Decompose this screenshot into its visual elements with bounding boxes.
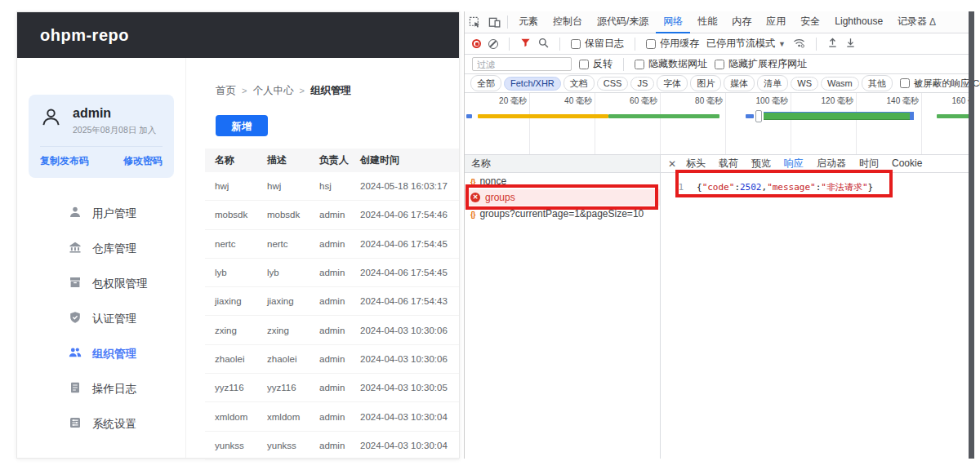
record-icon[interactable] bbox=[472, 39, 481, 48]
devtools-tab[interactable]: 内存 bbox=[724, 11, 759, 33]
hide-extension-urls-checkbox[interactable]: 隐藏扩展程序网址 bbox=[715, 57, 807, 71]
table-row[interactable]: lyb lyb admin 2024-04-06 17:54:45 bbox=[205, 259, 459, 287]
request-row[interactable]: {} ✕ groups bbox=[465, 189, 660, 206]
close-icon[interactable]: ✕ bbox=[665, 158, 679, 170]
devtools-tab[interactable]: 性能 bbox=[690, 11, 724, 33]
invert-checkbox[interactable]: 反转 bbox=[579, 57, 612, 71]
cell-description: jiaxing bbox=[267, 296, 319, 306]
filter-chip[interactable]: Fetch/XHR bbox=[504, 77, 561, 91]
detail-tab[interactable]: 启动器 bbox=[810, 155, 853, 173]
network-conditions-icon[interactable] bbox=[793, 38, 805, 51]
devtools-tabbar: 元素控制台源代码/来源网络性能内存应用安全Lighthouse记录器 Δ bbox=[465, 11, 969, 33]
filter-funnel-icon[interactable] bbox=[520, 38, 531, 51]
detail-tab[interactable]: Cookie bbox=[885, 155, 929, 173]
table-row[interactable]: mobsdk mobsdk admin 2024-04-06 17:54:46 bbox=[205, 201, 459, 229]
sidebar-item-label: 用户管理 bbox=[92, 206, 136, 221]
sidebar-item-org-management[interactable]: 组织管理 bbox=[17, 336, 185, 371]
table-row[interactable]: zxing zxing admin 2024-04-03 10:30:06 bbox=[205, 316, 459, 344]
devtools-tab[interactable]: 记录器 bbox=[890, 11, 934, 33]
table-row[interactable]: xmldom xmldom admin 2024-04-03 10:30:04 bbox=[205, 402, 459, 431]
user-joined-date: 2025年08月08日 加入 bbox=[73, 125, 156, 136]
filter-chip[interactable]: JS bbox=[630, 77, 654, 91]
table-row[interactable]: yyz116 yyz116 admin 2024-04-03 10:30:05 bbox=[205, 374, 459, 402]
detail-tab[interactable]: 标头 bbox=[679, 155, 712, 173]
devtools-tab[interactable]: 应用 bbox=[759, 11, 793, 33]
filter-chip[interactable]: Wasm bbox=[821, 77, 859, 91]
detail-tab[interactable]: 时间 bbox=[853, 155, 885, 173]
timeline-selection-bar[interactable] bbox=[764, 112, 912, 120]
import-har-icon[interactable] bbox=[827, 37, 838, 51]
request-row[interactable]: {} ✕ groups?currentPage=1&pageSize=10 bbox=[465, 206, 660, 222]
network-overview-timeline[interactable]: 20 毫秒40 毫秒60 毫秒80 毫秒100 毫秒120 毫秒140 毫秒16… bbox=[465, 93, 969, 155]
disable-cache-checkbox[interactable]: 停用缓存 bbox=[646, 37, 699, 51]
breadcrumb-home[interactable]: 首页 bbox=[216, 85, 236, 96]
sidebar-item-system-settings[interactable]: 系统设置 bbox=[17, 406, 185, 441]
filter-chip[interactable]: 媒体 bbox=[724, 75, 755, 91]
filter-chip[interactable]: 清单 bbox=[757, 75, 788, 91]
request-list-panel: 名称 {} ✕ nonce {} ✕ groups bbox=[465, 155, 661, 459]
col-header-description: 描述 bbox=[267, 153, 319, 167]
export-har-icon[interactable] bbox=[845, 37, 856, 51]
timeline-selection-grip[interactable] bbox=[755, 110, 762, 122]
devtools-tab[interactable]: 控制台 bbox=[546, 11, 590, 33]
cell-owner: admin bbox=[319, 239, 360, 249]
sidebar-item-label: 操作日志 bbox=[92, 382, 136, 397]
sidebar-item-auth-management[interactable]: 认证管理 bbox=[17, 301, 185, 336]
inspect-element-icon[interactable] bbox=[465, 11, 484, 33]
sidebar-item-package-permission[interactable]: 包权限管理 bbox=[17, 266, 185, 301]
preserve-log-checkbox[interactable]: 保留日志 bbox=[571, 37, 624, 51]
cell-description: zhaolei bbox=[267, 354, 319, 364]
add-button[interactable]: 新增 bbox=[216, 115, 268, 136]
app-header: ohpm-repo bbox=[17, 12, 459, 58]
cell-created: 2024-04-06 17:54:45 bbox=[360, 268, 459, 277]
device-toolbar-icon[interactable] bbox=[484, 11, 504, 33]
filter-chip[interactable]: 图片 bbox=[690, 75, 721, 91]
detail-tab[interactable]: 载荷 bbox=[712, 155, 745, 173]
filter-input[interactable] bbox=[472, 57, 572, 71]
timeline-tick: 160 毫秒 bbox=[924, 95, 969, 107]
table-row[interactable]: hwj hwj hsj 2024-05-18 16:03:17 bbox=[205, 172, 459, 201]
filter-chip[interactable]: WS bbox=[791, 77, 818, 91]
cell-name: yyz116 bbox=[215, 383, 267, 392]
request-list-header[interactable]: 名称 bbox=[465, 155, 660, 173]
sidebar-item-label: 仓库管理 bbox=[92, 242, 136, 256]
sidebar-item-operation-log[interactable]: 操作日志 bbox=[17, 371, 185, 406]
checkbox[interactable] bbox=[900, 78, 910, 88]
filter-chip[interactable]: 全部 bbox=[470, 75, 501, 91]
sidebar-item-label: 系统设置 bbox=[92, 417, 136, 432]
filter-chip[interactable]: CSS bbox=[597, 77, 629, 91]
table-row[interactable]: jiaxing jiaxing admin 2024-04-06 17:54:4… bbox=[205, 287, 459, 316]
cell-name: mobsdk bbox=[215, 210, 267, 219]
sidebar-item-repo-management[interactable]: 仓库管理 bbox=[17, 231, 185, 266]
checkbox[interactable] bbox=[646, 39, 656, 49]
checkbox[interactable] bbox=[635, 60, 644, 69]
filter-chip[interactable]: 其他 bbox=[862, 75, 893, 91]
checkbox[interactable] bbox=[579, 60, 589, 69]
checkbox[interactable] bbox=[571, 39, 581, 49]
request-row[interactable]: {} ✕ nonce bbox=[465, 173, 660, 189]
devtools-tab[interactable]: 网络 bbox=[656, 11, 690, 33]
change-password-link[interactable]: 修改密码 bbox=[123, 154, 163, 168]
devtools-tab[interactable]: 安全 bbox=[793, 11, 827, 33]
devtools-tab[interactable]: Lighthouse bbox=[827, 11, 890, 33]
cell-description: xmldom bbox=[267, 412, 319, 422]
filter-chip[interactable]: 文档 bbox=[564, 75, 595, 91]
table-row[interactable]: zhaolei zhaolei admin 2024-04-03 10:30:0… bbox=[205, 345, 459, 374]
throttling-dropdown[interactable]: 已停用节流模式 ▼ bbox=[706, 37, 786, 51]
detail-tab[interactable]: 响应 bbox=[777, 155, 810, 173]
cell-owner: admin bbox=[319, 383, 360, 392]
table-row[interactable]: nertc nertc admin 2024-04-06 17:54:45 bbox=[205, 230, 459, 259]
search-icon[interactable] bbox=[538, 38, 549, 51]
filter-chip[interactable]: 字体 bbox=[657, 75, 688, 91]
detail-tab[interactable]: 预览 bbox=[745, 155, 777, 173]
breadcrumb-personal-center[interactable]: 个人中心 bbox=[252, 85, 293, 96]
table-row[interactable]: yunkss yunkss admin 2024-04-03 10:30:04 bbox=[205, 432, 459, 460]
clear-icon[interactable] bbox=[488, 39, 498, 49]
devtools-tab[interactable]: 元素 bbox=[511, 11, 546, 33]
hide-data-urls-checkbox[interactable]: 隐藏数据网址 bbox=[635, 57, 707, 71]
sidebar-item-user-management[interactable]: 用户管理 bbox=[17, 196, 185, 231]
copy-publish-code-link[interactable]: 复制发布码 bbox=[40, 154, 89, 168]
devtools-tab[interactable]: 源代码/来源 bbox=[590, 11, 656, 33]
checkbox[interactable] bbox=[715, 60, 724, 69]
cell-created: 2024-04-03 10:30:04 bbox=[360, 441, 459, 450]
